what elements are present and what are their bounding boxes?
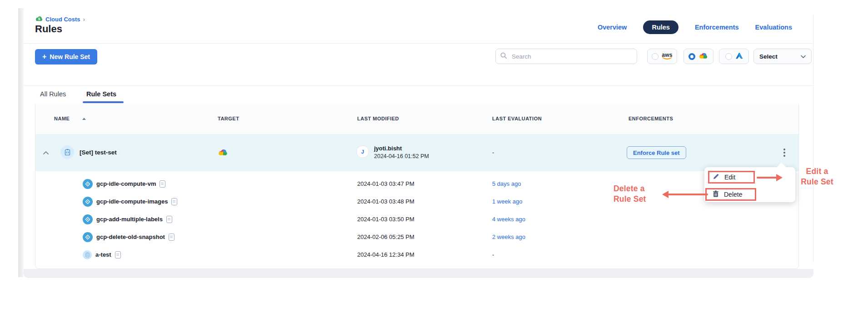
nav-enforcements[interactable]: Enforcements bbox=[695, 24, 739, 31]
sort-ascending-icon bbox=[82, 118, 86, 120]
table-header: NAME TARGET LAST MODIFIED LAST EVALUATIO… bbox=[35, 104, 798, 134]
gcp-target-icon bbox=[218, 148, 229, 158]
annotation-arrow-right bbox=[757, 177, 777, 179]
column-header-name: NAME bbox=[54, 116, 70, 121]
rule-name[interactable]: gcp-delete-old-snapshot bbox=[96, 234, 165, 240]
radio-unchecked-icon bbox=[725, 53, 732, 60]
provider-filter-gcp[interactable] bbox=[683, 49, 713, 64]
breadcrumb-link[interactable]: Cloud Costs bbox=[45, 16, 80, 23]
column-header-enforcements: ENFORCEMENTS bbox=[629, 116, 673, 121]
copy-rule-icon[interactable] bbox=[166, 216, 172, 223]
collapse-chevron-icon[interactable] bbox=[41, 149, 50, 157]
select-dropdown[interactable]: Select bbox=[753, 49, 812, 64]
app-window: $ Cloud Costs › Rules Overview Rules Enf… bbox=[24, 8, 813, 278]
column-header-last-evaluation: LAST EVALUATION bbox=[492, 116, 542, 121]
screenshot-stage: $ Cloud Costs › Rules Overview Rules Enf… bbox=[0, 0, 868, 318]
toolbar-divider bbox=[24, 85, 813, 86]
rule-name[interactable]: gcp-add-multiple-labels bbox=[96, 216, 163, 223]
rule-last-evaluation-link[interactable]: 1 week ago bbox=[492, 198, 523, 205]
rule-icon bbox=[83, 197, 93, 207]
rule-icon bbox=[83, 179, 93, 189]
rule-row[interactable]: gcp-delete-old-snapshot 2024-02-06 05:25… bbox=[35, 228, 798, 246]
rule-icon bbox=[83, 232, 93, 242]
new-rule-set-label: New Rule Set bbox=[50, 53, 90, 60]
copy-rule-icon[interactable] bbox=[160, 180, 165, 188]
radio-unchecked-icon bbox=[652, 53, 658, 60]
last-modified-cell: jyoti.bisht 2024-04-16 01:52 PM bbox=[374, 145, 429, 160]
azure-logo-icon bbox=[735, 52, 743, 61]
top-navigation: Overview Rules Enforcements Evaluations bbox=[598, 20, 792, 34]
rule-last-evaluation-link[interactable]: 4 weeks ago bbox=[492, 216, 525, 223]
rule-last-evaluation-link[interactable]: 2 weeks ago bbox=[492, 234, 525, 240]
annotation-delete-rule-set: Delete a Rule Set bbox=[614, 184, 663, 204]
tab-rule-sets[interactable]: Rule Sets bbox=[86, 90, 116, 98]
tab-all-rules[interactable]: All Rules bbox=[40, 90, 66, 98]
rule-last-modified: 2024-02-06 05:25 PM bbox=[357, 234, 414, 240]
search-icon bbox=[500, 52, 507, 61]
copy-rule-icon[interactable] bbox=[169, 234, 175, 241]
modified-at-timestamp: 2024-04-16 01:52 PM bbox=[374, 153, 429, 160]
rule-row[interactable]: gcp-idle-compute-images 2024-01-03 03:48… bbox=[35, 193, 798, 210]
header-divider bbox=[24, 43, 813, 44]
cloud-costs-icon: $ bbox=[35, 15, 43, 23]
plus-icon: + bbox=[42, 53, 46, 61]
annotation-box-edit bbox=[708, 171, 755, 184]
copy-rule-icon[interactable] bbox=[115, 251, 121, 258]
rule-row[interactable]: a-test 2024-04-16 12:34 PM - bbox=[35, 246, 798, 263]
rule-icon bbox=[83, 250, 92, 259]
rule-last-modified: 2024-04-16 12:34 PM bbox=[357, 251, 414, 258]
enforce-rule-set-button[interactable]: Enforce Rule set bbox=[627, 146, 686, 159]
rule-name[interactable]: gcp-idle-compute-vm bbox=[96, 180, 156, 187]
chevron-down-icon bbox=[801, 53, 806, 60]
search-input[interactable] bbox=[511, 53, 632, 60]
rule-set-icon bbox=[60, 145, 74, 159]
rule-row[interactable]: gcp-idle-compute-vm 2024-01-03 03:47 PM … bbox=[35, 175, 798, 193]
column-header-last-modified: LAST MODIFIED bbox=[357, 116, 399, 121]
page-bottom-band bbox=[24, 269, 813, 278]
gcp-logo-icon bbox=[698, 52, 708, 61]
rule-icon bbox=[83, 214, 93, 224]
rule-row[interactable]: gcp-add-multiple-labels 2024-01-03 03:50… bbox=[35, 210, 798, 228]
rule-set-row[interactable]: [Set] test-set J jyoti.bisht 2024-04-16 … bbox=[35, 134, 798, 171]
rule-last-evaluation-link[interactable]: 5 days ago bbox=[492, 180, 521, 187]
radio-checked-icon bbox=[688, 53, 695, 60]
rule-name[interactable]: gcp-idle-compute-images bbox=[96, 198, 168, 205]
nav-overview[interactable]: Overview bbox=[598, 24, 627, 31]
page-title: Rules bbox=[35, 23, 62, 35]
nav-evaluations[interactable]: Evaluations bbox=[755, 24, 792, 31]
rule-last-modified: 2024-01-03 03:48 PM bbox=[357, 198, 414, 205]
rule-name[interactable]: a-test bbox=[95, 251, 111, 258]
select-value: Select bbox=[759, 53, 778, 60]
annotation-arrowhead-right-icon bbox=[776, 174, 783, 181]
content-right-border bbox=[813, 15, 813, 263]
rule-last-modified: 2024-01-03 03:47 PM bbox=[357, 180, 414, 187]
breadcrumb-chevron-icon: › bbox=[83, 16, 85, 23]
column-header-target: TARGET bbox=[218, 116, 239, 121]
aws-logo-icon: aws bbox=[662, 53, 673, 60]
annotation-box-delete bbox=[705, 188, 756, 201]
rule-last-evaluation: - bbox=[492, 251, 494, 258]
annotation-arrow-left bbox=[668, 194, 708, 195]
provider-filter-aws[interactable]: aws bbox=[647, 49, 677, 64]
nav-rules-active[interactable]: Rules bbox=[643, 20, 678, 34]
breadcrumb[interactable]: $ Cloud Costs › bbox=[35, 15, 85, 23]
row-options-kebab-icon[interactable] bbox=[779, 146, 789, 159]
provider-filter-azure[interactable] bbox=[719, 49, 749, 64]
rule-set-name[interactable]: [Set] test-set bbox=[80, 149, 117, 156]
avatar: J bbox=[356, 145, 369, 158]
last-evaluation-value: - bbox=[492, 149, 494, 156]
copy-rule-icon[interactable] bbox=[171, 198, 177, 205]
annotation-edit-rule-set: Edit a Rule Set bbox=[792, 166, 843, 187]
new-rule-set-button[interactable]: + New Rule Set bbox=[35, 49, 97, 65]
rule-last-modified: 2024-01-03 03:50 PM bbox=[357, 216, 414, 223]
modified-by-user: jyoti.bisht bbox=[374, 145, 429, 152]
active-tab-underline bbox=[83, 101, 124, 103]
search-box[interactable] bbox=[495, 49, 637, 64]
